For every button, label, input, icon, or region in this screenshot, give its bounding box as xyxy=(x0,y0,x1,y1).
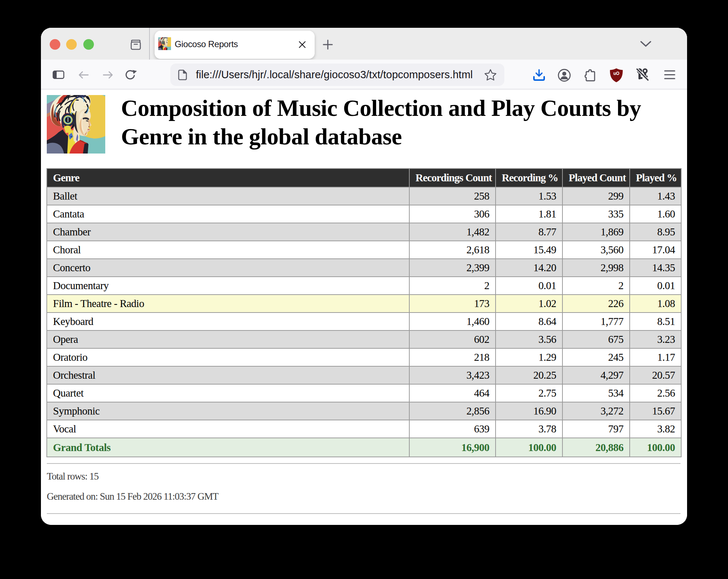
svg-text:uO: uO xyxy=(613,71,619,76)
